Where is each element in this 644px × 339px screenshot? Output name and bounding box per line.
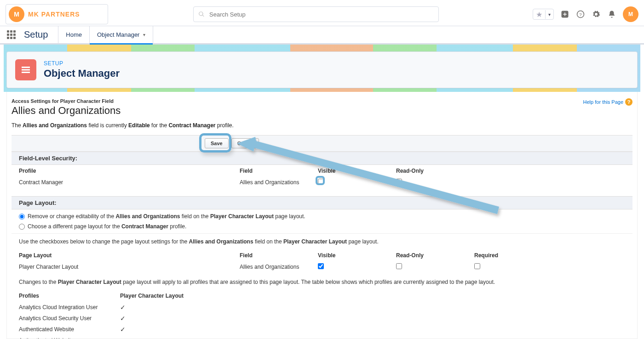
col-visible: Visible <box>310 249 389 261</box>
header-actions: ★ ▾ ? M <box>533 6 638 22</box>
col-readonly: Read-Only <box>389 165 632 177</box>
object-manager-icon <box>15 59 36 80</box>
layout-visible-checkbox[interactable] <box>318 263 324 269</box>
save-button[interactable]: Save <box>205 138 229 148</box>
org-switcher[interactable]: M MK PARTNERS <box>6 4 108 24</box>
section-field-level-security: Field-Level Security: <box>12 152 632 165</box>
content-area: Access Settings for Player Character Fie… <box>6 92 638 339</box>
layout-name: Player Character Layout <box>12 261 232 272</box>
button-bar: Save Cancel <box>12 135 632 152</box>
app-launcher-icon[interactable] <box>0 26 22 43</box>
profile-check-icon: ✓ <box>113 313 632 324</box>
changes-note: Changes to the Player Character Layout p… <box>12 272 632 290</box>
breadcrumb: Access Settings for Player Character Fie… <box>12 98 121 104</box>
layout-table: Page Layout Field Visible Read-Only Requ… <box>12 249 632 272</box>
layout-field: Allies and Organizations <box>232 261 310 272</box>
layout-readonly-checkbox[interactable] <box>396 263 402 269</box>
layout-radio-remove[interactable]: Remove or change editability of the Alli… <box>12 209 632 223</box>
help-badge-icon: ? <box>625 98 632 106</box>
tab-object-manager[interactable]: Object Manager ▾ <box>89 26 154 43</box>
fls-readonly-checkbox[interactable] <box>396 179 402 185</box>
fls-row: Contract Manager Allies and Organization… <box>12 177 632 188</box>
fls-field: Allies and Organizations <box>232 177 310 188</box>
profile-check-icon: ✓ <box>113 335 632 339</box>
chevron-down-icon: ▾ <box>546 12 553 17</box>
profile-check-icon: ✓ <box>113 324 632 335</box>
layout-required-checkbox[interactable] <box>474 263 480 269</box>
favorites-menu[interactable]: ★ ▾ <box>533 9 554 20</box>
radio-choose-label: Choose a different page layout for the C… <box>28 223 186 230</box>
org-name: MK PARTNERS <box>28 11 80 18</box>
profile-name: Authenticated Website <box>12 324 113 335</box>
search-icon <box>198 11 205 17</box>
svg-text:?: ? <box>579 12 582 17</box>
col-readonly: Read-Only <box>389 249 467 261</box>
page-title: Object Manager <box>44 68 120 79</box>
profiles-row: Analytics Cloud Integration User✓ <box>12 302 632 313</box>
fls-table: Profile Field Visible Read-Only Contract… <box>12 165 632 188</box>
radio-choose-input[interactable] <box>19 224 25 230</box>
col-layout: Page Layout <box>12 249 232 261</box>
profile-check-icon: ✓ <box>113 302 632 313</box>
help-for-page-link[interactable]: Help for this Page ? <box>583 98 632 106</box>
col-field: Field <box>232 249 310 261</box>
tab-home[interactable]: Home <box>58 26 89 43</box>
profiles-table: Profiles Player Character Layout Analyti… <box>12 290 632 339</box>
layout-radio-choose[interactable]: Choose a different page layout for the C… <box>12 223 632 233</box>
profile-name: Authenticated Website <box>12 335 113 339</box>
profiles-row: Authenticated Website✓ <box>12 324 632 335</box>
star-icon: ★ <box>533 10 546 19</box>
global-header: M MK PARTNERS ★ ▾ ? M <box>0 0 644 26</box>
col-player-layout: Player Character Layout <box>113 290 632 302</box>
page-header: SETUP Object Manager <box>6 51 638 88</box>
gear-icon[interactable] <box>592 10 601 19</box>
profiles-row: Authenticated Website✓ <box>12 335 632 339</box>
col-required: Required <box>467 249 632 261</box>
col-field: Field <box>232 165 310 177</box>
record-title: Allies and Organizations <box>12 105 121 117</box>
help-icon[interactable]: ? <box>576 10 585 19</box>
cancel-button[interactable]: Cancel <box>231 138 259 148</box>
profiles-row: Analytics Cloud Security User✓ <box>12 313 632 324</box>
tab-label: Object Manager <box>97 31 140 38</box>
help-link-text: Help for this Page <box>583 99 623 105</box>
profile-name: Analytics Cloud Integration User <box>12 302 113 313</box>
subheading-row: Access Settings for Player Character Fie… <box>12 98 632 117</box>
user-avatar[interactable]: M <box>623 6 638 22</box>
app-title: Setup <box>22 26 58 43</box>
radio-remove-input[interactable] <box>19 214 25 220</box>
layout-note: Use the checkboxes below to change the p… <box>12 233 632 249</box>
app-nav: Setup Home Object Manager ▾ <box>0 26 644 45</box>
profile-name: Analytics Cloud Security User <box>12 313 113 324</box>
page-eyebrow: SETUP <box>44 60 120 67</box>
tab-label: Home <box>66 31 82 38</box>
search-input[interactable] <box>209 11 434 18</box>
fls-visible-checkbox[interactable] <box>318 179 324 185</box>
radio-remove-label: Remove or change editability of the Alli… <box>28 213 305 220</box>
global-search[interactable] <box>193 6 439 22</box>
org-logo-icon: M <box>9 6 24 22</box>
layout-row: Player Character Layout Allies and Organ… <box>12 261 632 272</box>
col-profiles: Profiles <box>12 290 113 302</box>
col-visible: Visible <box>310 165 389 177</box>
col-profile: Profile <box>12 165 232 177</box>
bell-icon[interactable] <box>607 10 616 19</box>
fls-profile: Contract Manager <box>12 177 232 188</box>
add-icon[interactable] <box>560 10 569 19</box>
description-line: The Allies and Organizations field is cu… <box>12 122 632 129</box>
chevron-down-icon: ▾ <box>143 32 145 37</box>
section-page-layout: Page Layout: <box>12 196 632 209</box>
